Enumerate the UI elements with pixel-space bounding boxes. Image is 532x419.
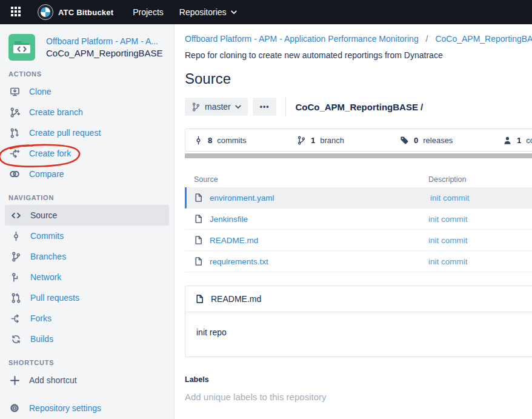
file-table-header: Source Description — [185, 172, 532, 187]
create-pull-request-icon — [8, 127, 21, 139]
nav-repositories[interactable]: Repositories — [179, 7, 237, 17]
plus-icon — [8, 374, 21, 386]
branch-icon — [10, 250, 22, 263]
network-icon — [10, 271, 22, 283]
stat-contributors[interactable]: 1contributor — [494, 136, 532, 145]
compare-icon — [8, 168, 21, 180]
column-description: Description — [428, 175, 532, 184]
project-link[interactable]: Offboard Platform - APM - A... — [46, 35, 163, 47]
fork-icon — [10, 312, 22, 324]
file-link[interactable]: requirements.txt — [210, 257, 268, 266]
bmw-logo-icon — [38, 4, 53, 20]
stat-branches[interactable]: 1branch — [288, 136, 391, 145]
horizontal-scrollbar-thumb[interactable] — [185, 153, 532, 158]
readme-content: init repo — [185, 312, 532, 357]
sidebar-item-forks[interactable]: Forks — [5, 308, 169, 329]
file-link[interactable]: environment.yaml — [210, 193, 274, 203]
sidebar-item-create-fork[interactable]: Create fork — [0, 143, 174, 164]
code-icon — [10, 209, 22, 221]
sidebar-item-pull-requests[interactable]: Pull requests — [5, 287, 169, 308]
bitbucket-home-link[interactable]: ATC Bitbucket — [38, 4, 113, 20]
readme-filename: README.md — [211, 294, 261, 304]
table-row-readme-md[interactable]: README.md init commit — [185, 230, 532, 251]
sidebar-item-add-shortcut[interactable]: Add shortcut — [0, 370, 174, 391]
repository-sidebar: Offboard Platform - APM - A... CoCo_APM_… — [0, 24, 175, 419]
toolbar-divider — [285, 97, 286, 116]
file-table: Source Description environment.yaml init… — [185, 172, 532, 272]
nav-projects[interactable]: Projects — [133, 7, 164, 17]
file-icon — [195, 294, 204, 304]
breadcrumb-separator: / — [426, 34, 428, 44]
labels-input-placeholder[interactable]: Add unique labels to this repository — [185, 392, 532, 402]
file-link[interactable]: README.md — [210, 236, 258, 245]
sidebar-item-create-pull-request[interactable]: Create pull request — [0, 122, 174, 143]
builds-icon — [10, 333, 22, 345]
column-source: Source — [185, 175, 428, 184]
branch-selector-button[interactable]: master — [185, 98, 248, 116]
repo-stats-bar: 8commits 1branch 0releases 1contributor — [185, 129, 532, 152]
create-fork-icon — [8, 147, 21, 159]
shortcuts-section-title: SHORTCUTS — [8, 359, 165, 366]
actions-section-title: ACTIONS — [8, 70, 165, 78]
table-row-requirements-txt[interactable]: requirements.txt init commit — [185, 251, 532, 272]
chevron-down-icon — [231, 10, 237, 15]
page-title: Source — [185, 70, 532, 87]
sidebar-item-source[interactable]: Source — [5, 205, 169, 226]
repo-header: Offboard Platform - APM - A... CoCo_APM_… — [0, 34, 174, 61]
folder-code-icon — [8, 34, 35, 61]
branch-icon — [297, 136, 306, 145]
chevron-down-icon — [235, 105, 241, 109]
file-icon — [194, 193, 203, 203]
sidebar-item-clone[interactable]: Clone — [0, 81, 174, 102]
repo-description: Repo for cloning to create new automated… — [185, 50, 532, 60]
commit-icon — [194, 136, 203, 145]
more-options-button[interactable]: ••• — [253, 98, 277, 116]
branch-icon — [191, 102, 201, 112]
table-row-jenkinsfile[interactable]: Jenkinsfile init commit — [185, 209, 532, 230]
clone-icon — [8, 85, 21, 98]
create-branch-icon — [8, 106, 21, 118]
pull-request-icon — [10, 292, 22, 304]
repo-avatar[interactable] — [8, 34, 35, 61]
breadcrumb-project-link[interactable]: Offboard Platform - APM - Application Pe… — [185, 34, 419, 44]
readme-panel: README.md init repo — [185, 286, 532, 357]
source-toolbar: master ••• CoCo_APM_ReportingBASE / — [185, 97, 532, 116]
file-icon — [194, 256, 203, 266]
breadcrumb: Offboard Platform - APM - Application Pe… — [185, 34, 532, 44]
app-title: ATC Bitbucket — [58, 8, 113, 17]
stat-commits[interactable]: 8commits — [185, 136, 288, 145]
tag-icon — [400, 136, 409, 145]
stat-releases[interactable]: 0releases — [391, 136, 494, 145]
commit-message-link[interactable]: init commit — [430, 193, 532, 203]
commit-message-link[interactable]: init commit — [428, 215, 532, 224]
gear-icon — [8, 402, 21, 414]
table-row-environment-yaml[interactable]: environment.yaml init commit — [185, 187, 532, 209]
app-switcher-grid-icon[interactable] — [11, 7, 22, 18]
file-icon — [194, 214, 203, 224]
sidebar-item-network[interactable]: Network — [5, 267, 169, 287]
labels-title: Labels — [185, 375, 532, 384]
person-icon — [503, 136, 512, 145]
sidebar-item-create-branch[interactable]: Create branch — [0, 102, 174, 122]
top-nav: Projects Repositories — [133, 7, 236, 17]
file-link[interactable]: Jenkinsfile — [210, 215, 248, 224]
readme-header: README.md — [185, 286, 532, 312]
main-content: Offboard Platform - APM - Application Pe… — [175, 24, 532, 419]
sidebar-item-commits[interactable]: Commits — [5, 226, 169, 246]
labels-section: Labels Add unique labels to this reposit… — [185, 375, 532, 402]
commit-icon — [10, 230, 22, 242]
navigation-section-title: NAVIGATION — [8, 194, 165, 201]
top-navigation-bar: ATC Bitbucket Projects Repositories — [0, 0, 532, 24]
commit-message-link[interactable]: init commit — [428, 257, 532, 266]
repo-name: CoCo_APM_ReportingBASE — [46, 47, 163, 59]
sidebar-item-repository-settings[interactable]: Repository settings — [0, 398, 174, 418]
sidebar-item-compare[interactable]: Compare — [0, 164, 174, 184]
sidebar-item-builds[interactable]: Builds — [5, 329, 169, 349]
repo-path[interactable]: CoCo_APM_ReportingBASE / — [295, 102, 423, 112]
commit-message-link[interactable]: init commit — [428, 236, 532, 245]
breadcrumb-repo-link[interactable]: CoCo_APM_ReportingBASE — [435, 34, 532, 44]
file-icon — [194, 235, 203, 245]
sidebar-item-branches[interactable]: Branches — [5, 246, 169, 267]
